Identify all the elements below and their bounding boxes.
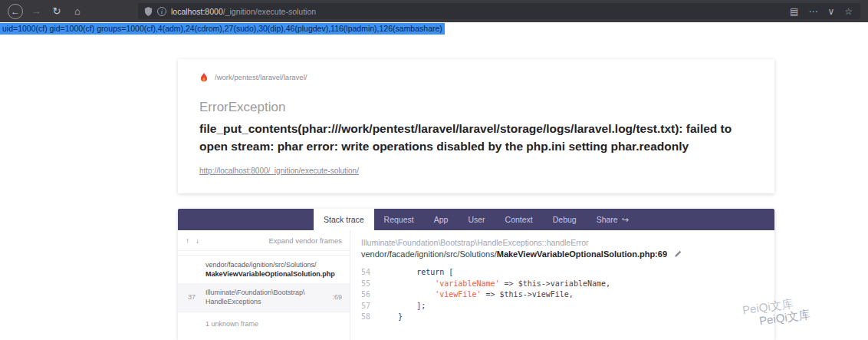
edit-pencil-icon[interactable] [674,250,682,259]
frame-file-name: MakeViewVariableOptionalSolution.php:69 [497,249,667,259]
frame-group-path: vendor/facade/ignition/src/Solutions/ [205,260,342,269]
expand-vendor-frames-button[interactable]: Expand vendor frames [268,236,342,245]
selected-text: uid=1000(cf) gid=1000(cf) groups=1000(cf… [0,23,445,35]
url-path: /_ignition/execute-solution [223,7,316,16]
browser-toolbar: ← → ↻ ⌂ i localhost:8000/_ignition/execu… [0,0,868,22]
home-button[interactable]: ⌂ [70,4,85,19]
trace-body: ↑ ↓ Expand vendor frames vendor/facade/i… [178,230,774,340]
app-path-row: /work/pentest/laravel/laravel/ [199,71,753,83]
library-icon[interactable]: ▤ [790,6,798,17]
trace-tabbar: Stack traceRequestAppUserContextDebugSha… [178,209,774,230]
frame-line-number: :69 [332,293,342,301]
line-number: 55 [361,279,380,290]
page-actions-icon[interactable]: ⋯ [808,6,817,17]
code-line: 54 return [ [361,267,764,279]
browser-window: ← → ↻ ⌂ i localhost:8000/_ignition/execu… [0,0,868,340]
url-actions: ▤ ⋯ ∨ ☆ [790,6,854,17]
pocket-icon[interactable]: ∨ [827,6,834,17]
next-frame-icon[interactable]: ↓ [196,236,199,245]
share-icon: ↪ [622,215,629,225]
tab-context[interactable]: Context [495,209,543,230]
code-line: 56 'viewFile' => $this->viewFile, [361,289,764,301]
frame-method: Illuminate\Foundation\Bootstrap\HandleEx… [361,238,764,247]
frame-group-file: MakeViewVariableOptionalSolution.php [205,269,342,279]
frame-class-line2: HandleExceptions [205,298,261,305]
prev-frame-icon[interactable]: ↑ [186,236,189,245]
bookmark-star-icon[interactable]: ☆ [844,6,853,17]
unknown-frames-label: 1 unknown frame [178,312,350,335]
frame-row-active[interactable]: 37 Illuminate\Foundation\Bootstrap\ Hand… [178,283,350,311]
back-button[interactable]: ← [8,4,23,19]
tracking-shield-icon[interactable] [144,7,153,16]
browser-page: uid=1000(cf) gid=1000(cf) groups=1000(cf… [0,22,868,340]
line-number: 56 [361,289,380,301]
flame-icon [199,71,209,83]
frames-panel: ↑ ↓ Expand vendor frames vendor/facade/i… [178,230,350,340]
app-path: /work/pentest/laravel/laravel/ [215,73,307,81]
line-number: 57 [361,301,380,312]
tab-request[interactable]: Request [374,209,424,230]
url-domain: localhost:8000 [171,7,223,16]
frame-class-line1: Illuminate\Foundation\Bootstrap\ [205,289,305,296]
exception-class: ErrorException [199,100,753,115]
site-info-icon[interactable]: i [157,7,166,16]
code-line: 55 'variableName' => $this->variableName… [361,279,764,290]
frame-arrows: ↑ ↓ [186,236,199,245]
tab-user[interactable]: User [458,209,495,230]
frame-class: Illuminate\Foundation\Bootstrap\ HandleE… [205,288,327,306]
line-number: 54 [361,267,380,279]
exception-message: file_put_contents(phar:///work/pentest/l… [199,120,753,156]
tab-app[interactable]: App [424,209,459,230]
tab-share[interactable]: Share↪ [587,209,639,230]
tab-stack-trace[interactable]: Stack trace [314,209,374,230]
code-line: 57 ]; [361,301,764,312]
frame-file: vendor/facade/ignition/src/Solutions/Mak… [361,249,764,259]
code-viewer: 54 return [55 'variableName' => $this->v… [361,267,764,323]
frames-header: ↑ ↓ Expand vendor frames [178,230,350,251]
frame-number: 37 [178,293,205,301]
code-line: 58 } [361,312,764,323]
url-text: localhost:8000/_ignition/execute-solutio… [171,7,785,16]
line-number: 58 [361,312,380,323]
frame-group-header[interactable]: vendor/facade/ignition/src/Solutions/ Ma… [178,256,350,283]
forward-button[interactable]: → [28,4,44,19]
editor-panel: Illuminate\Foundation\Bootstrap\HandleEx… [350,230,774,340]
stack-trace-card: Stack traceRequestAppUserContextDebugSha… [178,209,774,340]
error-card: /work/pentest/laravel/laravel/ ErrorExce… [178,59,774,193]
reload-button[interactable]: ↻ [49,4,64,19]
exception-url-link[interactable]: http://localhost:8000/_ignition/execute-… [199,167,359,175]
frame-file-path: vendor/facade/ignition/src/Solutions/ [361,249,497,259]
tab-debug[interactable]: Debug [543,209,587,230]
frame-group: vendor/facade/ignition/src/Solutions/ Ma… [178,255,350,312]
url-bar[interactable]: i localhost:8000/_ignition/execute-solut… [138,3,860,19]
